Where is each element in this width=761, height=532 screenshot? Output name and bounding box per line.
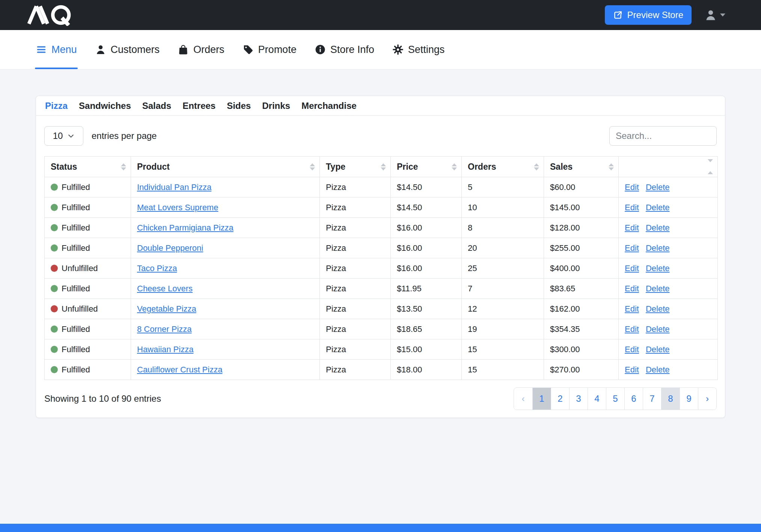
edit-link[interactable]: Edit (625, 203, 639, 212)
price-cell: $14.50 (391, 197, 462, 218)
product-link[interactable]: Double Pepperoni (137, 243, 203, 253)
sort-icon[interactable] (534, 163, 539, 170)
col-header-sales[interactable]: Sales (544, 157, 619, 177)
pagination-page[interactable]: 5 (606, 388, 624, 410)
col-header-type[interactable]: Type (320, 157, 391, 177)
delete-link[interactable]: Delete (646, 223, 670, 233)
nav-item-promote[interactable]: Promote (243, 30, 297, 69)
col-header-status[interactable]: Status (45, 157, 131, 177)
tab-sandwiches[interactable]: Sandwiches (79, 101, 131, 111)
edit-link[interactable]: Edit (625, 284, 639, 294)
edit-link[interactable]: Edit (625, 324, 639, 334)
price-cell: $16.00 (391, 258, 462, 279)
pagination-prev[interactable]: ‹ (514, 388, 532, 410)
pagination-page[interactable]: 9 (680, 388, 698, 410)
product-link[interactable]: Meat Lovers Supreme (137, 203, 218, 212)
delete-link[interactable]: Delete (646, 284, 670, 294)
delete-link[interactable]: Delete (646, 304, 670, 314)
product-link[interactable]: Cheese Lovers (137, 284, 193, 293)
tab-pizza[interactable]: Pizza (45, 101, 68, 111)
sort-icon[interactable] (381, 163, 386, 170)
status-cell: Fulfilled (45, 177, 131, 197)
col-header-product[interactable]: Product (131, 157, 320, 177)
sort-icon[interactable] (609, 163, 614, 170)
sales-cell: $145.00 (544, 197, 619, 218)
nav-item-orders[interactable]: Orders (178, 30, 225, 69)
table-row: Fulfilled Individual Pan Pizza Pizza $14… (45, 177, 718, 197)
table-controls: 10 entries per page (36, 116, 725, 156)
nav-item-settings[interactable]: Settings (392, 30, 445, 69)
sales-cell: $300.00 (544, 339, 619, 360)
status-label: Fulfilled (62, 284, 90, 294)
pagination-page[interactable]: 6 (624, 388, 643, 410)
sort-icon[interactable] (708, 159, 713, 174)
pagination-page[interactable]: 3 (569, 388, 588, 410)
nav-item-customers[interactable]: Customers (95, 30, 160, 69)
search-input[interactable] (609, 126, 717, 146)
brand-logo[interactable] (26, 4, 76, 26)
col-header-price[interactable]: Price (391, 157, 462, 177)
status-dot (51, 265, 58, 272)
edit-link[interactable]: Edit (625, 304, 639, 314)
delete-link[interactable]: Delete (646, 203, 670, 212)
edit-link[interactable]: Edit (625, 345, 639, 354)
product-link[interactable]: Chicken Parmigiana Pizza (137, 223, 234, 232)
sort-icon[interactable] (452, 163, 457, 170)
delete-link[interactable]: Delete (646, 365, 670, 375)
edit-link[interactable]: Edit (625, 365, 639, 375)
orders-cell: 12 (462, 299, 544, 319)
pagination-page[interactable]: 7 (643, 388, 661, 410)
product-link[interactable]: Vegetable Pizza (137, 304, 196, 313)
tab-sides[interactable]: Sides (227, 101, 251, 111)
type-cell: Pizza (320, 279, 391, 299)
col-header-actions[interactable] (619, 157, 718, 177)
actions-cell: Edit Delete (619, 218, 718, 238)
tab-merchandise[interactable]: Merchandise (301, 101, 357, 111)
status-label: Fulfilled (62, 203, 90, 212)
nav-label-promote: Promote (258, 44, 297, 56)
product-link[interactable]: 8 Corner Pizza (137, 324, 192, 334)
pagination-page[interactable]: 2 (551, 388, 569, 410)
nav-item-store-info[interactable]: Store Info (315, 30, 374, 69)
orders-cell: 5 (462, 177, 544, 197)
sort-icon[interactable] (121, 163, 126, 170)
product-link[interactable]: Taco Pizza (137, 264, 177, 273)
edit-link[interactable]: Edit (625, 264, 639, 273)
nav-item-menu[interactable]: Menu (36, 30, 77, 69)
sort-icon[interactable] (310, 163, 315, 170)
delete-link[interactable]: Delete (646, 324, 670, 334)
status-cell: Fulfilled (45, 197, 131, 218)
product-link[interactable]: Individual Pan Pizza (137, 182, 211, 192)
pagination-page[interactable]: 1 (532, 388, 551, 410)
delete-link[interactable]: Delete (646, 345, 670, 354)
orders-cell: 7 (462, 279, 544, 299)
nav-label-customers: Customers (111, 44, 160, 56)
delete-link[interactable]: Delete (646, 264, 670, 273)
delete-link[interactable]: Delete (646, 243, 670, 253)
tab-salads[interactable]: Salads (142, 101, 171, 111)
type-cell: Pizza (320, 360, 391, 380)
col-header-orders[interactable]: Orders (462, 157, 544, 177)
tab-entrees[interactable]: Entrees (182, 101, 215, 111)
product-link[interactable]: Cauliflower Crust Pizza (137, 365, 222, 374)
edit-link[interactable]: Edit (625, 223, 639, 233)
product-link[interactable]: Hawaiian Pizza (137, 345, 193, 354)
price-cell: $18.65 (391, 319, 462, 339)
page-size-select[interactable]: 10 (44, 126, 83, 146)
status-dot (51, 285, 58, 292)
entries-per-page-label: entries per page (92, 131, 157, 141)
edit-link[interactable]: Edit (625, 182, 639, 192)
status-cell: Fulfilled (45, 319, 131, 339)
sales-cell: $354.35 (544, 319, 619, 339)
table-row: Fulfilled Cauliflower Crust Pizza Pizza … (45, 360, 718, 380)
orders-cell: 20 (462, 238, 544, 258)
edit-link[interactable]: Edit (625, 243, 639, 253)
account-menu[interactable] (704, 9, 725, 21)
pagination-page[interactable]: 4 (588, 388, 606, 410)
pagination-page[interactable]: 8 (661, 388, 680, 410)
tab-drinks[interactable]: Drinks (262, 101, 290, 111)
preview-store-button[interactable]: Preview Store (605, 5, 692, 25)
delete-link[interactable]: Delete (646, 182, 670, 192)
type-cell: Pizza (320, 339, 391, 360)
pagination-next[interactable]: › (698, 388, 716, 410)
